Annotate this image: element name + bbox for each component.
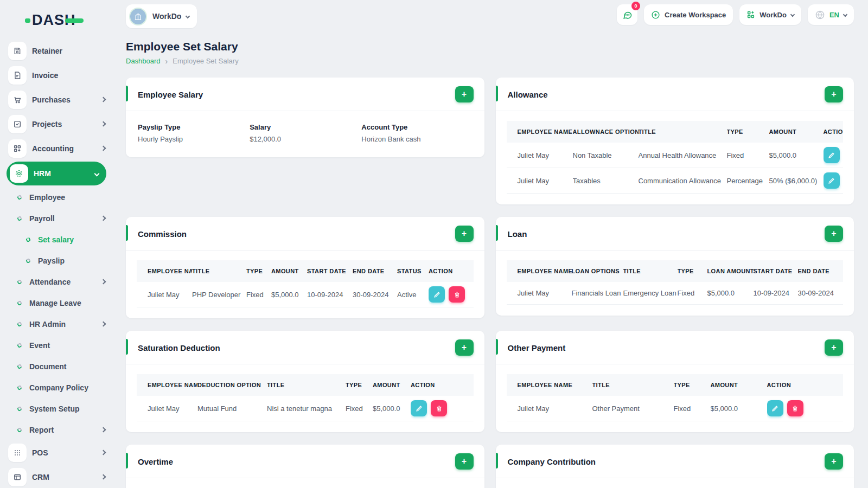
edit-button[interactable] <box>824 172 840 189</box>
bullet-icon <box>17 342 23 348</box>
messages-badge: 0 <box>631 2 640 10</box>
column-header-end-date: END DATE <box>353 260 397 282</box>
accounting-icon <box>8 139 27 158</box>
sidebar-item-system-setup[interactable]: System Setup <box>0 398 114 419</box>
column-header-title: TITLE <box>639 121 727 143</box>
column-header-type: TYPE <box>246 260 271 282</box>
workspace-selector[interactable]: WorkDo <box>126 4 197 28</box>
bullet-icon <box>17 406 23 412</box>
sidebar-item-crm[interactable]: CRM <box>0 465 114 488</box>
edit-button[interactable] <box>824 147 840 163</box>
chevron-down-icon <box>790 12 795 17</box>
workdo-dropdown[interactable]: WorkDo <box>739 4 801 25</box>
delete-button[interactable] <box>431 400 447 416</box>
loan-table: EMPLOYEE NAMELOAN OPTIONSTITLETYPELOAN A… <box>507 260 844 305</box>
chevron-right-icon <box>101 97 106 102</box>
column-header-start-date: START DATE <box>307 260 353 282</box>
table-header-row: EMPLOYEE NAMETITLETYPEAMOUNTSTART DATEEN… <box>137 260 474 282</box>
sidebar-nav: RetainerInvoicePurchasesProjectsAccounti… <box>0 38 114 488</box>
add-overtime-button[interactable]: + <box>455 453 474 470</box>
chevron-right-icon <box>101 121 106 127</box>
globe-icon <box>815 10 825 20</box>
workspace-avatar <box>129 8 147 25</box>
sidebar-item-payroll[interactable]: Payroll <box>0 208 114 229</box>
sidebar-item-employee[interactable]: Employee <box>0 187 114 208</box>
chevron-down-icon <box>94 171 100 176</box>
sidebar-item-set-salary[interactable]: Set salary <box>0 229 114 250</box>
card-header: Saturation Deduction + <box>126 331 484 364</box>
table-cell: Fixed <box>246 282 271 307</box>
field-payslip-type: Payslip TypeHourly Payslip <box>138 123 250 143</box>
sidebar-item-label: Invoice <box>32 71 105 80</box>
column-header-type: TYPE <box>346 374 373 396</box>
table-cell: $5,000.0 <box>769 143 824 168</box>
card-commission: Commission + EMPLOYEE NAMETITLETYPEAMOUN… <box>126 217 484 318</box>
actions-cell <box>824 168 844 194</box>
column-header-employee-name: EMPLOYEE NAME <box>507 260 572 282</box>
sidebar-item-payslip[interactable]: Payslip <box>0 250 114 271</box>
create-workspace-button[interactable]: Create Workspace <box>644 4 733 25</box>
column-header-employee-name: EMPLOYEE NAME <box>507 374 592 396</box>
messages-button[interactable]: 0 <box>617 4 637 25</box>
sidebar-item-accounting[interactable]: Accounting <box>0 136 114 160</box>
field-label: Payslip Type <box>138 123 250 131</box>
sidebar-item-retainer[interactable]: Retainer <box>0 38 114 63</box>
brand-logo: DASH <box>0 8 114 38</box>
saturation-deduction-table: EMPLOYEE NAMEDEDUCTION OPTIONTITLETYPEAM… <box>137 374 474 421</box>
chevron-right-icon <box>101 146 106 151</box>
logo-dot-icon <box>25 18 30 23</box>
sidebar-item-document[interactable]: Document <box>0 356 114 377</box>
delete-button[interactable] <box>787 400 803 416</box>
sidebar-item-projects[interactable]: Projects <box>0 112 114 136</box>
employee-salary-fields: Payslip TypeHourly PayslipSalary$12,000.… <box>126 111 484 157</box>
sidebar-item-pos[interactable]: POS <box>0 440 114 465</box>
sidebar-item-manage-leave[interactable]: Manage Leave <box>0 292 114 313</box>
sidebar-item-report[interactable]: Report <box>0 419 114 440</box>
edit-button[interactable] <box>767 400 783 416</box>
invoice-icon <box>8 66 27 85</box>
language-selector[interactable]: EN <box>808 4 854 25</box>
sidebar-item-label: Payslip <box>38 256 105 265</box>
column-header-amount: AMOUNT <box>271 260 307 282</box>
table-cell: Juliet May <box>137 396 197 421</box>
add-saturation-deduction-button[interactable]: + <box>455 339 474 356</box>
add-loan-button[interactable]: + <box>825 226 843 242</box>
bullet-icon <box>17 215 23 221</box>
sidebar-item-label: CRM <box>32 473 101 481</box>
language-code: EN <box>829 11 839 19</box>
sidebar-item-attendance[interactable]: Attendance <box>0 271 114 292</box>
edit-button[interactable] <box>411 400 427 416</box>
card-loan: Loan + EMPLOYEE NAMELOAN OPTIONSTITLETYP… <box>496 217 854 316</box>
edit-button[interactable] <box>429 286 445 303</box>
breadcrumb-dashboard-link[interactable]: Dashboard <box>126 57 161 65</box>
card-header: Employee Salary + <box>126 78 484 111</box>
add-company-contribution-button[interactable]: + <box>825 453 843 470</box>
table-cell: $5,000.0 <box>707 282 754 305</box>
table-cell: Juliet May <box>507 282 572 305</box>
table-cell: Active <box>397 282 429 307</box>
add-employee-salary-button[interactable]: + <box>455 86 474 102</box>
card-title: Employee Salary <box>138 90 203 99</box>
add-other-payment-button[interactable]: + <box>825 339 843 356</box>
sidebar-item-hrm[interactable]: HRM <box>7 162 106 185</box>
add-commission-button[interactable]: + <box>455 226 474 242</box>
sidebar-item-hr-admin[interactable]: HR Admin <box>0 313 114 335</box>
sidebar-item-purchases[interactable]: Purchases <box>0 87 114 112</box>
sidebar-item-label: Purchases <box>32 95 101 104</box>
add-allowance-button[interactable]: + <box>825 86 843 102</box>
bullet-icon <box>17 427 23 433</box>
bullet-icon <box>17 321 23 327</box>
sidebar-item-event[interactable]: Event <box>0 335 114 356</box>
topbar-actions: 0 Create Workspace WorkDo EN <box>617 4 854 25</box>
sidebar-item-company-policy[interactable]: Company Policy <box>0 377 114 398</box>
card-title: Allowance <box>508 90 548 99</box>
field-value: Hourly Payslip <box>138 135 250 143</box>
card-title: Overtime <box>138 457 173 466</box>
sidebar-item-invoice[interactable]: Invoice <box>0 63 114 87</box>
field-label: Salary <box>250 123 361 131</box>
delete-button[interactable] <box>449 286 465 303</box>
table-cell: Juliet May <box>507 143 573 168</box>
table-cell: Non Taxable <box>573 143 639 168</box>
column-header-amount: AMOUNT <box>769 121 824 143</box>
table-cell: Annual Health Allowance <box>639 143 727 168</box>
